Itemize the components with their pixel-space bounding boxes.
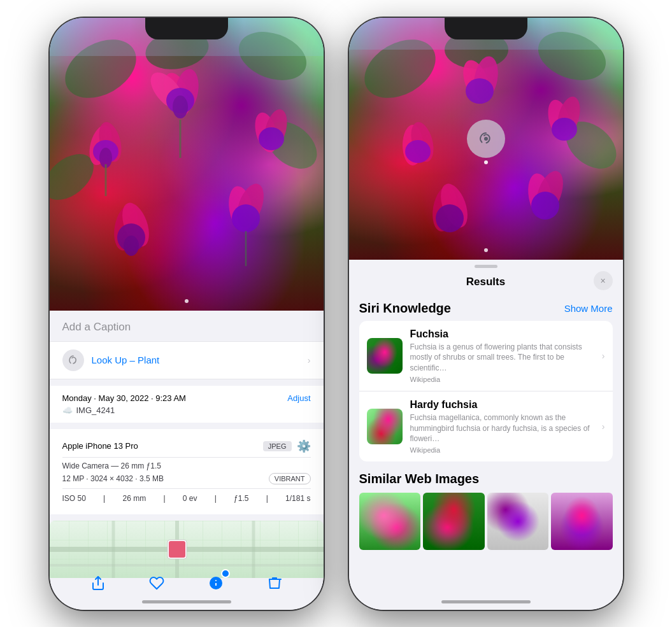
show-more-button[interactable]: Show More — [564, 303, 613, 314]
fuchsia-chevron: › — [602, 351, 605, 361]
focal-value: 26 mm — [122, 494, 146, 503]
svg-point-52 — [552, 118, 577, 141]
svg-point-58 — [531, 192, 559, 220]
toolbar — [50, 572, 324, 595]
info-panel: Add a Caption Look Up – Plant › — [50, 311, 324, 610]
info-button[interactable] — [204, 572, 227, 595]
svg-point-20 — [124, 236, 139, 256]
visual-lookup-icon — [62, 349, 84, 371]
meta-filename: ☁️ IMG_4241 — [62, 405, 311, 415]
svg-point-23 — [232, 204, 260, 232]
settings-icon[interactable]: ⚙️ — [297, 439, 311, 453]
knowledge-card: Fuchsia Fuchsia is a genus of flowering … — [359, 321, 613, 462]
web-images-grid — [359, 493, 613, 550]
visual-lookup-button[interactable] — [467, 120, 505, 158]
map-thumbnail[interactable] — [50, 521, 324, 578]
results-header: Results × — [349, 268, 623, 293]
close-button[interactable]: × — [594, 271, 613, 290]
shutter-value: 1/181 s — [285, 494, 310, 503]
notch — [145, 18, 228, 39]
right-phone: Results × Siri Knowledge Show More — [349, 18, 623, 610]
svg-point-60 — [484, 137, 488, 141]
hardy-desc: Fuchsia magellanica, commonly known as t… — [410, 412, 594, 444]
aperture-value: ƒ1.5 — [234, 494, 248, 503]
device-name: Apple iPhone 13 Pro — [62, 441, 138, 451]
svg-point-49 — [405, 140, 431, 163]
web-image-3[interactable] — [487, 493, 549, 550]
results-panel: Results × Siri Knowledge Show More — [349, 260, 623, 610]
resolution-spec: 12 MP · 3024 × 4032 · 3.5 MB VIBRANT — [62, 473, 311, 484]
svg-point-9 — [173, 95, 188, 118]
hardy-source: Wikipedia — [410, 446, 594, 454]
home-indicator-right — [441, 600, 531, 603]
ev-value: 0 ev — [183, 494, 197, 503]
delete-button[interactable] — [263, 572, 286, 595]
svg-point-55 — [436, 204, 464, 232]
siri-knowledge-header: Siri Knowledge Show More — [359, 301, 613, 316]
device-section: Apple iPhone 13 Pro JPEG ⚙️ Wide Camera … — [50, 429, 324, 514]
style-badge: VIBRANT — [269, 473, 311, 484]
flower-photo — [50, 18, 324, 311]
fuchsia-name: Fuchsia — [410, 328, 594, 340]
lookup-label: Look Up – Plant — [92, 355, 160, 365]
left-phone: Add a Caption Look Up – Plant › — [50, 18, 324, 610]
hardy-thumb — [367, 409, 403, 444]
camera-specs: Wide Camera — 26 mm ƒ1.5 12 MP · 3024 × … — [62, 458, 311, 489]
meta-section: Monday · May 30, 2022 · 9:23 AM Adjust ☁… — [50, 386, 324, 423]
caption-area[interactable]: Add a Caption — [50, 311, 324, 342]
web-image-2[interactable] — [423, 493, 485, 550]
fuchsia-desc: Fuchsia is a genus of flowering plants t… — [410, 342, 594, 374]
siri-knowledge-title: Siri Knowledge — [359, 301, 451, 316]
page-dot-right — [484, 248, 488, 252]
fuchsia-thumb — [367, 338, 403, 374]
photo-area[interactable] — [50, 18, 324, 311]
map-roads — [50, 521, 324, 578]
web-image-4[interactable] — [551, 493, 613, 550]
fuchsia-item[interactable]: Fuchsia Fuchsia is a genus of flowering … — [359, 321, 613, 391]
exif-row: ISO 50 | 26 mm | 0 ev | ƒ1.5 | 1/181 s — [62, 489, 311, 508]
home-indicator — [142, 600, 231, 603]
left-screen: Add a Caption Look Up – Plant › — [50, 18, 324, 610]
photo-area-right[interactable] — [349, 18, 623, 260]
adjust-button[interactable]: Adjust — [287, 393, 310, 403]
fuchsia-text: Fuchsia Fuchsia is a genus of flowering … — [410, 328, 594, 383]
notch-right — [445, 18, 527, 39]
hardy-fuchsia-item[interactable]: Hardy fuchsia Fuchsia magellanica, commo… — [359, 391, 613, 461]
results-title: Results — [466, 276, 505, 288]
web-images-title: Similar Web Images — [359, 472, 613, 486]
fuchsia-source: Wikipedia — [410, 376, 594, 383]
cloud-icon: ☁️ — [62, 405, 73, 415]
device-row: Apple iPhone 13 Pro JPEG ⚙️ — [62, 435, 311, 458]
svg-rect-34 — [169, 541, 185, 558]
hardy-text: Hardy fuchsia Fuchsia magellanica, commo… — [410, 399, 594, 454]
badge-row: JPEG ⚙️ — [263, 439, 311, 453]
visual-lookup-dot — [484, 160, 488, 164]
hardy-name: Hardy fuchsia — [410, 399, 594, 411]
svg-point-16 — [259, 127, 284, 150]
format-badge: JPEG — [263, 441, 292, 451]
photo-date: Monday · May 30, 2022 · 9:23 AM — [62, 393, 186, 403]
photo-page-dot — [185, 299, 189, 303]
web-images-section: Similar Web Images — [359, 472, 613, 550]
share-button[interactable] — [87, 572, 110, 595]
lookup-row[interactable]: Look Up – Plant › — [50, 342, 324, 379]
right-screen: Results × Siri Knowledge Show More — [349, 18, 623, 610]
lookup-chevron: › — [308, 355, 311, 365]
iso-value: ISO 50 — [62, 494, 86, 503]
results-content[interactable]: Siri Knowledge Show More Fuchsia Fuchsia… — [349, 293, 623, 610]
caption-placeholder[interactable]: Add a Caption — [62, 321, 131, 333]
svg-point-46 — [466, 78, 494, 104]
favorite-button[interactable] — [145, 572, 168, 595]
hardy-chevron: › — [602, 421, 605, 432]
web-image-1[interactable] — [359, 493, 421, 550]
lens-spec: Wide Camera — 26 mm ƒ1.5 — [62, 461, 311, 470]
